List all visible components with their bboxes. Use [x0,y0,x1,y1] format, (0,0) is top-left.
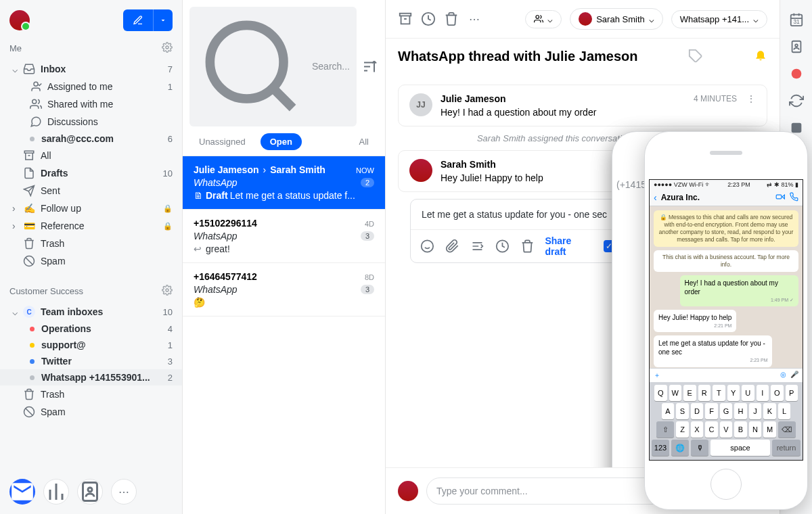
mic-icon[interactable]: 🎤 [790,371,798,378]
key-h[interactable]: H [734,403,747,419]
sidebar-item-spam-me[interactable]: Spam [0,252,182,270]
key-d[interactable]: D [691,403,704,419]
conversation-item[interactable]: +151022961144D WhatsApp3 ↩great! [183,210,385,263]
conversation-item[interactable]: Julie Jameson›Sarah SmithNOW WhatsApp2 🗎… [183,156,385,210]
key-l[interactable]: L [778,403,791,419]
archive-button[interactable] [398,11,413,26]
analytics-nav-button[interactable] [43,479,69,505]
compose-dropdown[interactable] [153,9,173,31]
key-m[interactable]: M [763,421,776,438]
key-y[interactable]: Y [727,385,740,401]
key-r[interactable]: R [698,385,711,401]
key-p[interactable]: P [786,385,798,401]
sidebar-item-drafts[interactable]: Drafts10 [0,164,182,182]
key-k[interactable]: K [763,403,776,419]
more-button[interactable]: ⋯ [467,11,482,26]
sidebar-item-sarah-email[interactable]: sarah@ccc.com6 [0,131,182,147]
plus-icon[interactable]: ＋ [654,371,660,380]
key-a[interactable]: A [662,403,675,419]
sidebar-item-team-inboxes[interactable]: ⌵CTeam inboxes10 [0,303,182,321]
video-icon[interactable] [775,192,785,203]
sidebar-item-support[interactable]: support@1 [0,337,182,353]
keyboard[interactable]: QWERTYUIOP ASDFGHJKL ⇧ZXCVBNM⌫ 123 🌐 🎙 s… [650,382,803,460]
shift-key[interactable]: ⇧ [656,421,674,438]
key-w[interactable]: W [669,385,682,401]
phone-icon[interactable] [789,192,798,203]
key-f[interactable]: F [705,403,718,419]
key-g[interactable]: G [720,403,733,419]
search-input[interactable]: Search... [189,7,357,126]
conversation-item[interactable]: +164645774128D WhatsApp3 🤔 [183,263,385,317]
message-menu-icon[interactable]: ⋮ [746,93,756,104]
sidebar-item-followup[interactable]: ›✍️Follow up🔒 [0,200,182,217]
sidebar-item-operations[interactable]: Operations4 [0,321,182,337]
participants-pill[interactable]: ⌵ [525,10,562,28]
key-x[interactable]: X [691,421,704,438]
share-draft-button[interactable]: Share draft [545,235,592,257]
tab-open[interactable]: Open [261,133,302,150]
message[interactable]: Sarah Smith(+14155390172) Hey Julie! Hap… [398,150,627,192]
schedule-icon[interactable] [495,239,510,254]
composer-input[interactable]: Let me get a status update for you - one… [411,200,639,229]
key-q[interactable]: Q [654,385,667,401]
snooze-button[interactable] [421,11,436,26]
refresh-icon[interactable] [789,93,804,108]
sidebar-item-trash-me[interactable]: Trash [0,235,182,252]
gear-icon[interactable] [162,285,173,298]
sidebar-item-all[interactable]: All [0,147,182,164]
return-key[interactable]: return [772,440,800,456]
backspace-key[interactable]: ⌫ [778,421,796,438]
key-n[interactable]: N [749,421,762,438]
assignee-pill[interactable]: Sarah Smith⌵ [570,8,663,30]
sort-button[interactable] [362,7,378,126]
sidebar-item-sent[interactable]: Sent [0,182,182,200]
key-u[interactable]: U [742,385,754,401]
sidebar-item-reference[interactable]: ›💳Reference🔒 [0,217,182,235]
key-b[interactable]: B [734,421,747,438]
sidebar-item-twitter[interactable]: Twitter3 [0,353,182,369]
key-j[interactable]: J [749,403,762,419]
dictate-key[interactable]: 🎙 [691,440,708,456]
bell-icon[interactable] [754,48,767,64]
canned-response-icon[interactable] [470,239,484,254]
sidebar-item-assigned[interactable]: Assigned to me1 [0,78,182,95]
contacts-nav-button[interactable] [77,479,103,505]
numbers-key[interactable]: 123 [652,440,669,456]
key-z[interactable]: Z [676,421,689,438]
globe-key[interactable]: 🌐 [671,440,689,456]
space-key[interactable]: space [710,440,770,456]
contact-icon[interactable] [789,39,804,54]
calendar-icon[interactable]: 31 [789,12,804,27]
key-c[interactable]: C [705,421,718,438]
message[interactable]: JJ Julie Jameson(+14047358314)4 MINUTES⋮… [398,85,767,126]
inbox-nav-button[interactable] [9,479,35,505]
channel-pill[interactable]: Whatsapp +141...⌵ [671,10,767,28]
key-v[interactable]: V [720,421,733,438]
phone-input-bar[interactable]: ＋◎ 🎤 [650,368,803,382]
discard-icon[interactable] [520,239,535,254]
sidebar-item-spam-cs[interactable]: Spam [0,403,182,421]
emoji-icon[interactable] [420,239,434,254]
sidebar-item-whatsapp[interactable]: Whatsapp +141553901...2 [0,369,182,386]
delete-button[interactable] [444,11,459,26]
tab-unassigned[interactable]: Unassigned [189,133,255,150]
user-avatar[interactable] [9,10,30,30]
key-e[interactable]: E [683,385,696,401]
attachment-icon[interactable] [445,239,459,254]
more-nav-button[interactable]: ⋯ [111,479,137,505]
key-o[interactable]: O [771,385,784,401]
key-t[interactable]: T [713,385,725,401]
sidebar-item-discussions[interactable]: Discussions [0,113,182,131]
key-i[interactable]: I [757,385,769,401]
integration-icon[interactable] [789,66,804,81]
sidebar-item-shared[interactable]: Shared with me [0,95,182,113]
sidebar-item-trash-cs[interactable]: Trash [0,386,182,403]
gear-icon[interactable] [162,42,173,55]
key-s[interactable]: S [676,403,689,419]
back-icon[interactable]: ‹ [654,192,657,203]
tab-all[interactable]: All [350,133,378,150]
tag-icon[interactable] [688,49,703,64]
sidebar-item-inbox[interactable]: ⌵ Inbox 7 [0,60,182,78]
compose-button[interactable] [123,9,153,31]
camera-icon[interactable]: ◎ [780,371,786,378]
